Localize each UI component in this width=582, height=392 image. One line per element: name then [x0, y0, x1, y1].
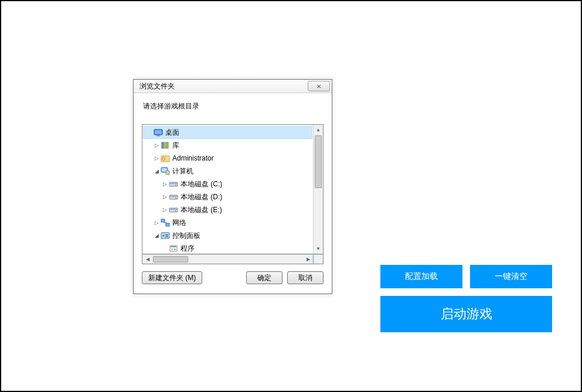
computer-icon: [161, 166, 170, 176]
chevron-right-icon[interactable]: ▷: [161, 206, 168, 213]
svg-rect-12: [170, 183, 177, 184]
tree-item-label: Administrator: [172, 154, 214, 162]
chevron-right-icon[interactable]: ▷: [153, 219, 160, 226]
tree-item-label: 程序: [181, 244, 195, 254]
tree-item-label: 库: [172, 141, 179, 151]
svg-rect-21: [166, 223, 169, 226]
dialog-title: 浏览文件夹: [139, 81, 175, 91]
svg-rect-2: [156, 135, 160, 137]
programs-icon: [169, 244, 178, 253]
svg-rect-28: [171, 246, 176, 247]
tree-item[interactable]: ▷网络: [142, 216, 313, 229]
one-key-clear-button[interactable]: 一键清空: [470, 265, 552, 288]
drive-icon: [169, 179, 178, 189]
tree-item[interactable]: ▷本地磁盘 (D:): [142, 190, 313, 203]
network-icon: [161, 218, 170, 227]
tree-item[interactable]: ▷Administrator: [142, 152, 313, 165]
new-folder-button[interactable]: 新建文件夹 (M): [142, 271, 202, 284]
library-icon: [161, 141, 170, 150]
tree-item[interactable]: ▷库: [142, 139, 313, 152]
chevron-down-icon[interactable]: ◢: [153, 232, 160, 239]
scroll-left-button[interactable]: ◀: [142, 255, 152, 264]
svg-rect-10: [166, 171, 169, 175]
tree-item-label: 本地磁盘 (C:): [181, 179, 222, 189]
folder-tree: 桌面▷库▷Administrator◢计算机▷本地磁盘 (C:)▷本地磁盘 (D…: [142, 124, 324, 254]
svg-rect-30: [174, 248, 176, 250]
scroll-up-button[interactable]: ▲: [314, 125, 323, 135]
tree-item[interactable]: ▷本地磁盘 (C:): [142, 178, 313, 190]
svg-rect-29: [171, 248, 173, 250]
chevron-right-icon[interactable]: ▷: [153, 155, 160, 162]
dialog-body: 请选择游戏根目录 桌面▷库▷Administrator◢计算机▷本地磁盘 (C:…: [134, 93, 332, 294]
tree-item-label: 本地磁盘 (E:): [181, 205, 222, 215]
svg-point-16: [175, 197, 176, 199]
svg-rect-25: [165, 234, 168, 236]
svg-point-13: [175, 185, 176, 186]
svg-rect-20: [161, 219, 165, 222]
right-panel: 配置加载 一键清空 启动游戏: [380, 265, 552, 332]
scroll-corner: [314, 254, 324, 264]
tree-item[interactable]: ◢计算机: [142, 165, 313, 178]
svg-rect-1: [155, 130, 162, 134]
svg-rect-5: [166, 142, 168, 148]
horizontal-scroll-thumb[interactable]: [153, 256, 188, 263]
svg-rect-26: [165, 236, 168, 237]
svg-point-19: [175, 210, 176, 212]
svg-point-24: [162, 234, 165, 237]
chevron-down-icon[interactable]: ◢: [153, 168, 160, 175]
svg-point-7: [162, 158, 165, 161]
config-load-button[interactable]: 配置加载: [380, 265, 462, 288]
tree-item[interactable]: 程序: [142, 242, 313, 254]
tree-item-label: 本地磁盘 (D:): [181, 192, 222, 202]
tree-item[interactable]: ◢控制面板: [142, 229, 313, 242]
cancel-button[interactable]: 取消: [287, 271, 324, 284]
browse-folder-dialog: 浏览文件夹 ✕ 请选择游戏根目录 桌面▷库▷Administrator◢计算机▷…: [133, 79, 332, 294]
right-panel-row: 配置加载 一键清空: [380, 265, 552, 288]
scroll-down-button[interactable]: ▼: [314, 244, 323, 254]
svg-rect-18: [170, 209, 177, 210]
tree-item-label: 计算机: [172, 166, 193, 176]
desktop-icon: [154, 128, 163, 137]
vertical-scroll-thumb[interactable]: [315, 135, 322, 188]
user-icon: [161, 154, 170, 163]
dialog-button-row: 新建文件夹 (M) 确定 取消: [142, 271, 324, 284]
chevron-right-icon[interactable]: ▷: [161, 180, 168, 188]
tree-item[interactable]: 桌面: [143, 126, 312, 139]
close-icon: ✕: [316, 83, 321, 90]
dialog-prompt: 请选择游戏根目录: [143, 101, 324, 111]
tree-content[interactable]: 桌面▷库▷Administrator◢计算机▷本地磁盘 (C:)▷本地磁盘 (D…: [142, 125, 313, 254]
control-panel-icon: [161, 231, 170, 240]
horizontal-scrollbar[interactable]: ◀ ▶: [142, 254, 314, 264]
svg-rect-15: [170, 196, 177, 197]
expander-empty: [146, 129, 153, 136]
svg-line-22: [163, 222, 168, 223]
scroll-right-button[interactable]: ▶: [303, 255, 313, 264]
vertical-scrollbar[interactable]: ▲ ▼: [313, 125, 323, 254]
tree-item-label: 桌面: [165, 128, 179, 138]
chevron-right-icon[interactable]: ▷: [161, 193, 168, 200]
chevron-right-icon[interactable]: ▷: [153, 142, 160, 149]
drive-icon: [169, 205, 178, 214]
tree-item-label: 网络: [172, 218, 186, 228]
ok-button[interactable]: 确定: [246, 271, 283, 284]
tree-item[interactable]: ▷本地磁盘 (E:): [142, 203, 313, 216]
expander-empty: [161, 245, 168, 252]
close-button[interactable]: ✕: [308, 81, 330, 91]
dialog-titlebar: 浏览文件夹 ✕: [134, 80, 332, 93]
svg-rect-3: [162, 142, 164, 148]
drive-icon: [169, 192, 178, 202]
svg-rect-4: [164, 142, 166, 148]
tree-item-label: 控制面板: [172, 231, 200, 241]
launch-game-button[interactable]: 启动游戏: [380, 296, 552, 332]
